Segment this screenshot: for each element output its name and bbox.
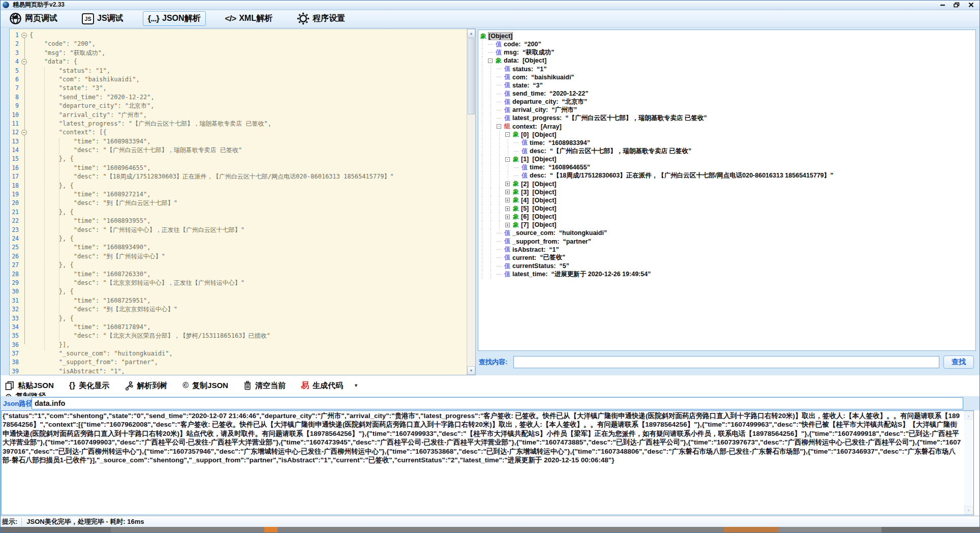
tree-expander[interactable]: +: [505, 215, 512, 219]
scroll-down-icon[interactable]: ▼: [964, 506, 973, 514]
editor-line: 6 "com": "baishikuaidi",: [10, 75, 467, 84]
tree-expander[interactable]: +: [505, 182, 512, 186]
tree-node[interactable]: 值arrival_city:“广州市”: [479, 106, 974, 114]
tree-node-value: “baishikuaidi”: [531, 74, 574, 81]
paste-json-button[interactable]: 粘贴JSON: [5, 381, 54, 391]
tree-node-name: latest_progress:: [512, 114, 562, 122]
tree-node-value: “1608983394”: [548, 139, 590, 146]
tree-node[interactable]: -组context:[Array]: [479, 123, 974, 131]
parse-to-tree-button[interactable]: 解析到树: [125, 381, 167, 391]
trash-icon: [243, 381, 252, 390]
taskbar-segment: [264, 527, 278, 533]
tab-settings[interactable]: 程序设置: [292, 10, 350, 27]
tree-node[interactable]: +象[6][Object]: [479, 213, 974, 221]
copy-json-button[interactable]: © 复制JSON: [182, 381, 228, 391]
raw-json-scrollbar[interactable]: ▲ ▼: [964, 411, 973, 514]
fold-toggle-icon[interactable]: −: [21, 59, 27, 65]
tree-node[interactable]: 值_support_from:“partner”: [479, 238, 974, 246]
tree-node[interactable]: -象data:[Object]: [479, 56, 974, 65]
tree-node[interactable]: 值departure_city:“北京市”: [479, 98, 974, 106]
tree-node-value: [Object]: [488, 33, 512, 40]
tree-expander[interactable]: +: [505, 198, 512, 202]
tree-node[interactable]: -象[1][Object]: [479, 155, 974, 163]
tree-indent-guide: [479, 204, 488, 213]
tree-node[interactable]: 值msg:“获取成功”: [479, 48, 974, 56]
tree-expander[interactable]: -: [505, 157, 512, 162]
restore-button[interactable]: [953, 2, 961, 9]
editor-scrollbar-thumb[interactable]: [468, 38, 475, 114]
raw-json-area[interactable]: {"status":"1","com":"shentong","state":"…: [1, 410, 974, 515]
tree-node[interactable]: +象[5][Object]: [479, 204, 974, 213]
editor-line: 3 "msg": "获取成功",: [10, 49, 467, 57]
tab-js-debug[interactable]: JS JS调试: [77, 11, 129, 26]
tree-node[interactable]: 值state:“3”: [479, 81, 974, 90]
tree-node[interactable]: 值send_time:“2020-12-22”: [479, 90, 974, 98]
tree-node[interactable]: 值status:“1”: [479, 65, 974, 73]
tree-node[interactable]: +象[7][Object]: [479, 221, 974, 229]
scroll-down-icon[interactable]: ▼: [467, 366, 475, 375]
tree-connector: [497, 118, 503, 119]
clear-button[interactable]: 清空当前: [243, 381, 286, 391]
tree-expander[interactable]: -: [505, 132, 512, 137]
tree-node[interactable]: 值time:“1608983394”: [479, 139, 974, 147]
editor-scrollbar[interactable]: ▲ ▼: [467, 29, 475, 375]
tree-node[interactable]: 值time:“1608964655”: [479, 163, 974, 171]
tree-node[interactable]: 值latest_progress:“【广州白云区十七部】，瑞朗基歌专卖店 已签收…: [479, 114, 974, 122]
tree-node[interactable]: 值current:“已签收”: [479, 254, 974, 262]
line-number: 5: [10, 67, 19, 75]
line-number: 32: [10, 305, 19, 314]
json-editor[interactable]: 1−{2 "code": "200",3 "msg": "获取成功",4− "d…: [9, 28, 476, 375]
tree-indent-guide: [479, 246, 488, 254]
tab-json-parse[interactable]: {...} JSON解析: [143, 11, 206, 26]
json-tree[interactable]: 象[Object]值code:“200”值msg:“获取成功”-象data:[O…: [478, 29, 976, 351]
tree-expander[interactable]: -: [497, 124, 503, 129]
tree-node-name: _source_com:: [512, 229, 556, 236]
editor-lines[interactable]: 1−{2 "code": "200",3 "msg": "获取成功",4− "d…: [10, 29, 467, 375]
tree-node[interactable]: 象[Object]: [479, 32, 974, 40]
tab-settings-label: 程序设置: [313, 13, 345, 24]
search-input[interactable]: [513, 356, 939, 368]
tree-node[interactable]: +象[4][Object]: [479, 196, 974, 204]
tree-indent-guide: [479, 229, 488, 237]
tree-node[interactable]: +象[2][Object]: [479, 180, 974, 188]
tree-connector: [497, 94, 503, 94]
search-button[interactable]: 查找: [943, 356, 974, 369]
tree-indent-guide: [479, 40, 488, 48]
fold-toggle-icon[interactable]: −: [21, 33, 27, 38]
tree-indent-guide: [479, 90, 488, 98]
tree-node[interactable]: +象[3][Object]: [479, 188, 974, 196]
close-button[interactable]: [967, 2, 975, 9]
tree-node[interactable]: 值desc:“【广州白云区十七部】，瑞朗基歌专卖店 已签收”: [479, 147, 974, 155]
scroll-up-icon[interactable]: ▲: [467, 29, 475, 38]
tree-connector: [497, 257, 503, 258]
line-number: 21: [10, 208, 19, 217]
beautify-button[interactable]: {} 美化显示: [69, 381, 109, 391]
tree-node[interactable]: 值desc:“【18周成/17512830603】正在派件，【广州白云区十七部/…: [479, 171, 974, 180]
tree-node[interactable]: 值_source_com:“huitongkuaidi”: [479, 229, 974, 237]
scroll-up-icon[interactable]: ▲: [964, 411, 973, 420]
code-text: "desc": "到【北京京郊转运中心】": [29, 305, 177, 314]
tab-xml-parse[interactable]: </> XML解析: [220, 11, 278, 26]
tree-expander[interactable]: +: [505, 190, 512, 194]
tree-indent-guide: [488, 139, 497, 147]
beautify-label: 美化显示: [79, 381, 109, 391]
raw-json-text[interactable]: {"status":"1","com":"shentong","state":"…: [2, 411, 964, 515]
fold-toggle-icon[interactable]: −: [21, 130, 27, 135]
tree-node[interactable]: 值isAbstract:“1”: [479, 246, 974, 254]
tree-expander[interactable]: +: [505, 206, 512, 211]
object-type-icon: 象: [513, 130, 519, 139]
tab-web-debug[interactable]: 网页调试: [4, 10, 63, 27]
object-type-icon: 象: [496, 56, 502, 65]
generate-code-button[interactable]: 易 生成代码 ▼: [301, 380, 358, 391]
tree-node[interactable]: 值currentStatus:“5”: [479, 262, 974, 270]
minimize-button[interactable]: [938, 2, 946, 9]
json-path-input[interactable]: [32, 397, 963, 409]
tree-node[interactable]: -象[0][Object]: [479, 131, 974, 139]
chevron-down-icon[interactable]: ▼: [354, 383, 358, 388]
tree-expander[interactable]: -: [488, 58, 495, 63]
tree-node[interactable]: 值com:“baishikuaidi”: [479, 73, 974, 81]
tree-node[interactable]: 值latest_time:“进展更新于 2020-12-26 19:49:54”: [479, 270, 974, 278]
tree-expander[interactable]: +: [505, 223, 512, 227]
object-type-icon: 象: [513, 180, 519, 188]
tree-node[interactable]: 值code:“200”: [479, 40, 974, 48]
